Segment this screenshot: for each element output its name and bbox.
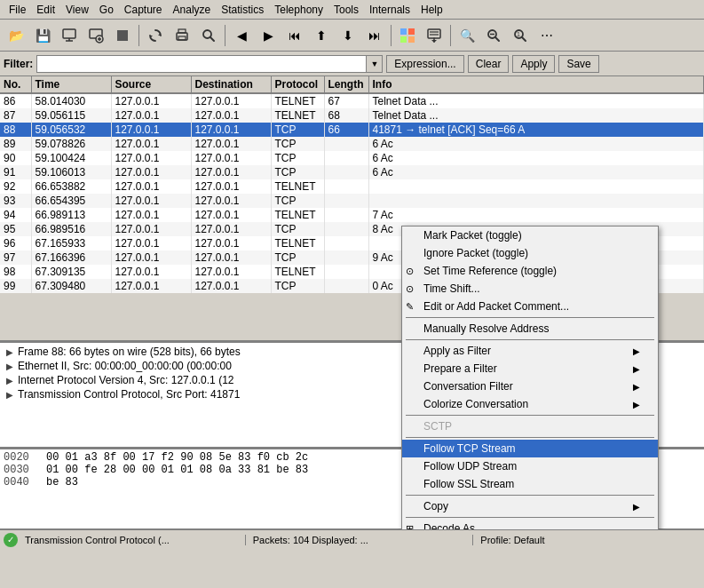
context-menu-item-prepare-a-filter[interactable]: Prepare a Filter▶ [402,360,658,377]
clock-icon: ⊙ [406,266,414,277]
reload-button[interactable] [143,23,168,48]
context-menu-item-colorize-conversation[interactable]: Colorize Conversation▶ [402,395,658,413]
auto-scroll-button[interactable] [422,23,447,48]
details-item-text: Ethernet II, Src: 00:00:00_00:00:00 (00:… [18,360,232,372]
menu-file[interactable]: File [4,2,31,18]
col-header-len[interactable]: Length [324,76,368,93]
menu-tools[interactable]: Tools [328,2,364,18]
col-header-time[interactable]: Time [31,76,111,93]
context-menu-item-set-time-reference-toggle[interactable]: ⊙Set Time Reference (toggle) [402,262,658,280]
context-menu-item-label: Follow TCP Stream [423,442,516,455]
context-menu-item-follow-tcp-stream[interactable]: Follow TCP Stream [402,440,658,457]
table-row[interactable]: 9159.106013127.0.0.1127.0.0.1TCP6 Ac [0,165,704,179]
context-menu-item-edit-or-add-packet-comment[interactable]: ✎Edit or Add Packet Comment... [402,298,658,315]
context-menu-item-ignore-packet-toggle[interactable]: Ignore Packet (toggle) [402,244,658,262]
menu-statistics[interactable]: Statistics [216,2,269,18]
context-menu-separator [406,437,654,438]
statusbar: ✓ Transmission Control Protocol (... Pac… [0,529,704,549]
menu-edit[interactable]: Edit [31,2,60,18]
menu-internals[interactable]: Internals [364,2,415,18]
context-menu-item-label: Follow SSL Stream [423,478,514,490]
menu-view[interactable]: View [60,2,94,18]
col-header-src[interactable]: Source [111,76,191,93]
context-menu-item-mark-packet-toggle[interactable]: Mark Packet (toggle) [402,226,658,244]
context-menu-item-label: Conversation Filter [423,380,513,393]
status-middle: Packets: 104 Displayed: ... [249,535,474,545]
submenu-arrow-icon: ▶ [633,400,640,409]
toolbar: 📂 💾 ◀ ▶ ⏮ ⬆ ⬇ ⏭ 🔍 1 ⋯ [0,20,704,52]
svg-rect-16 [408,28,415,35]
capture-options-button[interactable] [83,23,108,48]
menu-capture[interactable]: Capture [119,2,168,18]
context-menu-separator [406,317,654,318]
menu-telephony[interactable]: Telephony [269,2,328,18]
svg-rect-11 [178,29,186,33]
tree-expand-icon: ▶ [4,388,16,401]
menu-go[interactable]: Go [94,2,119,18]
save-button[interactable]: 💾 [30,23,55,48]
context-menu-item-decode-as[interactable]: ⊞Decode As... [402,520,658,529]
table-row[interactable]: 8859.056532127.0.0.1127.0.0.1TCP6641871 … [0,123,704,137]
context-menu-item-copy[interactable]: Copy▶ [402,497,658,515]
table-row[interactable]: 8658.014030127.0.0.1127.0.0.1TELNET67Tel… [0,93,704,108]
clear-button[interactable]: Clear [468,55,510,73]
tree-expand-icon: ▶ [4,346,16,358]
print-button[interactable] [170,23,194,48]
more-button[interactable]: ⋯ [534,23,559,48]
context-menu-item-label: Edit or Add Packet Comment... [423,300,569,313]
col-header-proto[interactable]: Protocol [271,76,324,93]
table-row[interactable]: 9366.654395127.0.0.1127.0.0.1TCP [0,194,704,208]
zoom-out-button[interactable] [481,23,506,48]
context-menu-item-follow-ssl-stream[interactable]: Follow SSL Stream [402,475,658,493]
context-menu-item-label: Decode As... [423,522,484,529]
tree-expand-icon: ▶ [4,360,16,372]
context-menu-item-label: Mark Packet (toggle) [423,229,522,242]
col-header-dst[interactable]: Destination [191,76,271,93]
col-header-no[interactable]: No. [0,76,31,93]
context-menu-item-apply-as-filter[interactable]: Apply as Filter▶ [402,342,658,360]
filter-dropdown-button[interactable]: ▼ [367,55,383,73]
zoom-reset-button[interactable]: 1 [508,23,533,48]
svg-rect-7 [117,30,128,41]
colorize-button[interactable] [395,23,420,48]
table-row[interactable]: 9266.653882127.0.0.1127.0.0.1TELNET [0,179,704,194]
go-to-last-button[interactable]: ⏭ [362,23,387,48]
status-right: Profile: Default [477,535,700,545]
apply-button[interactable]: Apply [512,55,555,73]
menu-analyze[interactable]: Analyze [168,2,217,18]
table-row[interactable]: 8759.056115127.0.0.1127.0.0.1TELNET68Tel… [0,108,704,123]
table-row[interactable]: 9059.100424127.0.0.1127.0.0.1TCP6 Ac [0,151,704,165]
context-menu-item-follow-udp-stream[interactable]: Follow UDP Stream [402,457,658,475]
hex-offset: 0030 [4,464,39,476]
go-back-button[interactable]: ◀ [229,23,254,48]
go-to-prev-button[interactable]: ⬆ [309,23,334,48]
go-forward-button[interactable]: ▶ [256,23,281,48]
find-packet-button[interactable] [196,23,221,48]
table-row[interactable]: 8959.078826127.0.0.1127.0.0.1TCP6 Ac [0,137,704,151]
menu-help[interactable]: Help [415,2,448,18]
context-menu-item-time-shift[interactable]: ⊙Time Shift... [402,280,658,298]
filter-input[interactable] [36,55,367,73]
capture-interfaces-button[interactable] [57,23,82,48]
toolbar-separator-3 [391,25,392,46]
go-to-next-button[interactable]: ⬇ [336,23,360,48]
open-button[interactable]: 📂 [4,23,28,48]
go-to-first-button[interactable]: ⏮ [282,23,307,48]
filterbar: Filter: ▼ Expression... Clear Apply Save [0,52,704,76]
save-filter-button[interactable]: Save [558,55,598,73]
status-left: Transmission Control Protocol (... [21,535,246,545]
capture-stop-button[interactable] [110,23,135,48]
context-menu-item-conversation-filter[interactable]: Conversation Filter▶ [402,377,658,395]
table-row[interactable]: 9466.989113127.0.0.1127.0.0.1TELNET7 Ac [0,208,704,222]
expression-button[interactable]: Expression... [386,55,463,73]
filter-buttons: Expression... Clear Apply Save [386,55,598,73]
context-menu-item-label: Apply as Filter [423,345,491,357]
svg-marker-23 [431,40,437,43]
context-menu-item-label: Ignore Packet (toggle) [423,247,528,259]
col-header-info[interactable]: Info [368,76,704,93]
zoom-in-button[interactable]: 🔍 [455,23,479,48]
context-menu-item-manually-resolve-address[interactable]: Manually Resolve Address [402,320,658,338]
hex-offset: 0020 [4,451,39,464]
details-item-text: Internet Protocol Version 4, Src: 127.0.… [18,374,233,386]
svg-rect-18 [408,36,415,43]
